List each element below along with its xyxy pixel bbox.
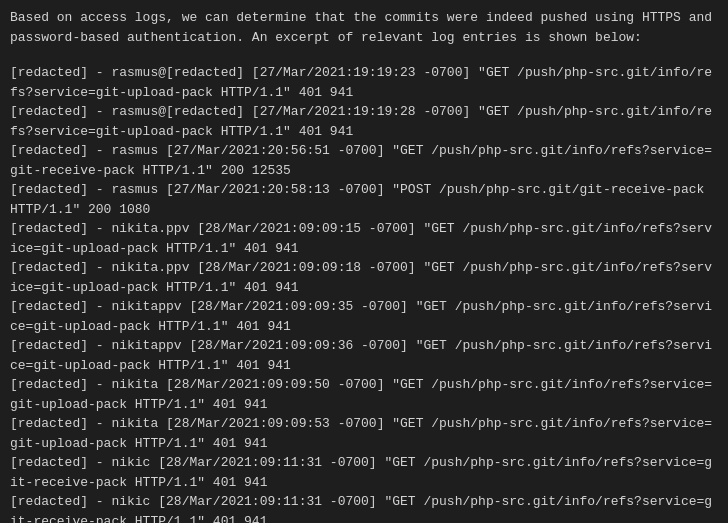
log-line: [redacted] - nikitappv [28/Mar/2021:09:0… <box>10 297 718 336</box>
log-line: [redacted] - rasmus@[redacted] [27/Mar/2… <box>10 63 718 102</box>
log-line: [redacted] - nikita [28/Mar/2021:09:09:5… <box>10 375 718 414</box>
log-line: [redacted] - nikitappv [28/Mar/2021:09:0… <box>10 336 718 375</box>
log-line: [redacted] - rasmus@[redacted] [27/Mar/2… <box>10 102 718 141</box>
intro-paragraph: Based on access logs, we can determine t… <box>10 8 718 47</box>
log-line: [redacted] - nikita.ppv [28/Mar/2021:09:… <box>10 258 718 297</box>
log-line: [redacted] - nikita [28/Mar/2021:09:09:5… <box>10 414 718 453</box>
log-line: [redacted] - rasmus [27/Mar/2021:20:56:5… <box>10 141 718 180</box>
log-container: [redacted] - rasmus@[redacted] [27/Mar/2… <box>10 63 718 523</box>
log-line: [redacted] - rasmus [27/Mar/2021:20:58:1… <box>10 180 718 219</box>
log-line: [redacted] - nikita.ppv [28/Mar/2021:09:… <box>10 219 718 258</box>
log-line: [redacted] - nikic [28/Mar/2021:09:11:31… <box>10 492 718 523</box>
log-line: [redacted] - nikic [28/Mar/2021:09:11:31… <box>10 453 718 492</box>
